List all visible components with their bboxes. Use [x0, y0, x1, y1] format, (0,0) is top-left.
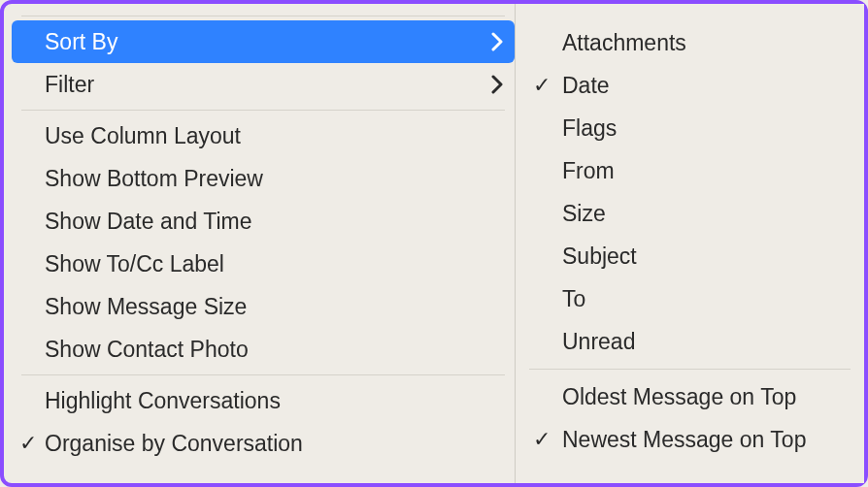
menu-item-show-to-cc-label[interactable]: Show To/Cc Label [12, 243, 515, 285]
menu-screenshot: Sort By Filter Use Column Layout Show Bo… [0, 0, 868, 487]
menu-item-label: Newest Message on Top [562, 427, 806, 453]
menu-divider [21, 16, 505, 16]
sort-option-from[interactable]: From [516, 149, 864, 192]
menu-item-filter[interactable]: Filter [12, 63, 515, 106]
check-icon: ✓ [533, 75, 551, 96]
menu-item-label: Show To/Cc Label [45, 251, 224, 277]
menu-item-label: Subject [562, 244, 637, 270]
menu-item-show-contact-photo[interactable]: Show Contact Photo [12, 328, 515, 371]
menu-item-label: Show Date and Time [45, 209, 252, 235]
sort-option-date[interactable]: ✓ Date [516, 64, 864, 107]
menu-item-show-bottom-preview[interactable]: Show Bottom Preview [12, 157, 515, 200]
menu-item-label: Show Contact Photo [45, 337, 249, 363]
menu-divider [529, 369, 851, 370]
menu-item-label: Oldest Message on Top [562, 384, 796, 410]
menu-item-label: Show Message Size [45, 294, 247, 320]
menu-item-label: Size [562, 201, 606, 227]
menu-item-label: Highlight Conversations [45, 388, 281, 414]
view-menu: Sort By Filter Use Column Layout Show Bo… [12, 4, 515, 483]
menu-item-label: Flags [562, 115, 617, 142]
menu-divider [21, 110, 505, 111]
sort-option-to[interactable]: To [516, 277, 864, 320]
menu-item-highlight-conversations[interactable]: Highlight Conversations [12, 379, 515, 422]
menu-item-label: From [562, 158, 615, 184]
sort-option-attachments[interactable]: Attachments [516, 21, 864, 64]
menu-item-label: To [562, 286, 585, 312]
menu-item-use-column-layout[interactable]: Use Column Layout [12, 114, 515, 157]
menu-item-label: Filter [45, 72, 94, 98]
sort-order-newest-top[interactable]: ✓ Newest Message on Top [516, 418, 864, 461]
menu-item-label: Date [562, 73, 610, 99]
sort-order-oldest-top[interactable]: Oldest Message on Top [516, 375, 864, 418]
menu-item-show-message-size[interactable]: Show Message Size [12, 285, 515, 328]
menu-item-label: Sort By [45, 29, 117, 55]
menu-item-label: Show Bottom Preview [45, 166, 263, 192]
sort-option-size[interactable]: Size [516, 192, 864, 235]
chevron-right-icon [491, 75, 503, 94]
check-icon: ✓ [533, 429, 551, 450]
menu-item-label: Attachments [562, 30, 686, 56]
chevron-right-icon [491, 32, 503, 51]
menu-divider [21, 374, 505, 375]
menu-item-sort-by[interactable]: Sort By [12, 20, 515, 63]
menu-item-show-date-and-time[interactable]: Show Date and Time [12, 200, 515, 243]
menu-item-organise-by-conversation[interactable]: ✓ Organise by Conversation [12, 422, 515, 465]
sort-option-subject[interactable]: Subject [516, 235, 864, 277]
menu-item-label: Organise by Conversation [45, 431, 303, 457]
menu-item-label: Unread [562, 329, 635, 355]
sort-by-submenu: Attachments ✓ Date Flags From Size Subje… [515, 4, 864, 483]
check-icon: ✓ [19, 433, 37, 454]
sort-option-unread[interactable]: Unread [516, 320, 864, 363]
menu-item-label: Use Column Layout [45, 123, 241, 149]
sort-option-flags[interactable]: Flags [516, 107, 864, 149]
